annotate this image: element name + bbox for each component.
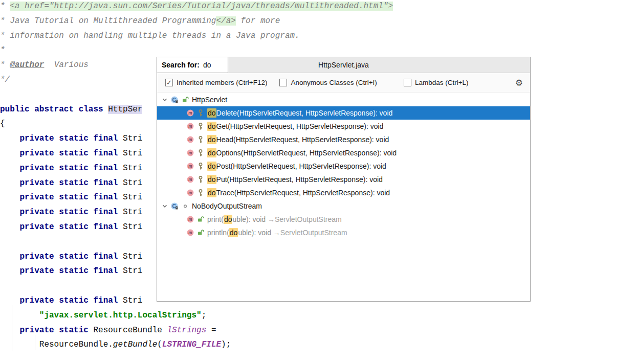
code-segment: [0, 178, 19, 188]
row-text-segment: →ServletOutputStream: [268, 215, 342, 223]
code-segment: private static final: [19, 134, 123, 143]
gear-icon[interactable]: ⚙: [515, 78, 523, 88]
search-match-highlight: do: [207, 188, 216, 197]
code-segment: Stri: [123, 266, 142, 276]
row-text-segment: Get(HttpServletRequest, HttpServletRespo…: [216, 122, 384, 130]
file-structure-popup: HttpServlet.java Search for: do ✓Inherit…: [157, 57, 531, 302]
tree-row-label: doTrace(HttpServletRequest, HttpServletR…: [207, 189, 390, 197]
protected-icon: [196, 189, 205, 197]
code-line[interactable]: * information on handling multiple threa…: [0, 29, 636, 43]
code-segment: private static final: [19, 164, 123, 173]
svg-text:m: m: [188, 124, 192, 129]
filter-bar: ✓Inherited members (Ctrl+F12)Anonymous C…: [157, 73, 530, 93]
tree-row-label: doGet(HttpServletRequest, HttpServletRes…: [207, 122, 383, 130]
popup-header: HttpServlet.java Search for: do: [157, 57, 530, 73]
row-text-segment: →ServletOutputStream: [273, 229, 347, 237]
code-segment: *: [0, 46, 5, 55]
code-segment: [0, 164, 19, 173]
tree-row-doPost[interactable]: mdoPost(HttpServletRequest, HttpServletR…: [157, 160, 530, 173]
code-segment: [0, 296, 19, 305]
tree-row-NoBodyOutputStream[interactable]: CNoBodyOutputStream: [157, 199, 530, 213]
code-segment: * Java Tutorial on Multithreaded Program…: [0, 16, 216, 26]
indent-guide: [12, 305, 12, 351]
svg-text:m: m: [188, 150, 192, 155]
tree-row-doOptions[interactable]: mdoOptions(HttpServletRequest, HttpServl…: [157, 146, 530, 160]
search-match-highlight: do: [207, 135, 216, 144]
code-segment: LSTRING_FILE: [162, 340, 221, 349]
protected-icon: [196, 162, 205, 171]
tree-row-doPut[interactable]: mdoPut(HttpServletRequest, HttpServletRe…: [157, 173, 530, 186]
chevron-down-icon[interactable]: [160, 203, 169, 209]
row-text-segment: Trace(HttpServletRequest, HttpServletRes…: [216, 189, 390, 197]
code-segment: Stri: [123, 296, 142, 305]
code-line[interactable]: "javax.servlet.http.LocalStrings";: [0, 308, 636, 323]
search-input[interactable]: Search for: do: [157, 57, 228, 73]
code-segment: [0, 266, 19, 276]
svg-text:m: m: [188, 190, 192, 195]
tree-row-print[interactable]: mprint(double): void →ServletOutputStrea…: [157, 213, 530, 226]
code-segment: private static final: [19, 252, 123, 261]
tree-row-println[interactable]: mprintln(double): void →ServletOutputStr…: [157, 226, 530, 239]
tree-row-label: HttpServlet: [192, 96, 227, 104]
row-text-segment: Options(HttpServletRequest, HttpServletR…: [216, 149, 397, 157]
code-segment: "javax.servlet.http.LocalStrings": [39, 311, 202, 320]
package-icon: [181, 202, 189, 210]
protected-icon: [196, 149, 205, 157]
code-line[interactable]: private static ResourceBundle lStrings =: [0, 323, 636, 338]
class-icon: C: [170, 202, 179, 210]
filter-lambdas[interactable]: Lambdas (Ctrl+L): [404, 79, 469, 86]
row-text-segment: println(: [207, 229, 229, 237]
code-line[interactable]: * Java Tutorial on Multithreaded Program…: [0, 14, 636, 29]
filter-inherited-members[interactable]: ✓Inherited members (Ctrl+F12): [165, 79, 267, 86]
search-match-highlight: do: [224, 215, 233, 224]
method-icon: m: [186, 229, 194, 237]
svg-text:m: m: [188, 164, 192, 169]
code-line[interactable]: ResourceBundle.getBundle(LSTRING_FILE);: [0, 337, 636, 352]
filter-anonymous-classes[interactable]: Anonymous Classes (Ctrl+I): [279, 79, 377, 86]
search-match-highlight: do: [207, 175, 216, 184]
search-match-highlight: do: [207, 122, 216, 131]
row-text-segment: HttpServlet: [192, 96, 227, 104]
code-segment: * information on handling multiple threa…: [0, 31, 300, 40]
checkbox-unchecked-icon[interactable]: [279, 79, 287, 86]
tree-row-HttpServlet[interactable]: CHttpServlet: [157, 93, 530, 106]
code-segment: =: [206, 326, 216, 335]
row-text-segment: NoBodyOutputStream: [192, 202, 262, 210]
code-segment: lStrings: [167, 326, 206, 335]
public-icon: [196, 229, 205, 236]
method-icon: m: [186, 215, 194, 223]
code-segment: {: [0, 119, 5, 128]
checkbox-checked-icon[interactable]: ✓: [165, 79, 173, 86]
method-icon: m: [186, 189, 194, 197]
code-line[interactable]: *: [0, 43, 636, 58]
code-segment: @author: [10, 60, 44, 70]
svg-text:m: m: [188, 217, 192, 222]
code-segment: );: [221, 340, 231, 349]
class-icon: C: [170, 96, 179, 104]
code-segment: *: [0, 2, 10, 11]
code-segment: Stri: [123, 134, 142, 143]
structure-tree: CHttpServletmdoDelete(HttpServletRequest…: [157, 93, 530, 239]
code-segment: Stri: [123, 252, 142, 261]
chevron-down-icon[interactable]: [160, 97, 169, 103]
code-segment: <a href="http://java.sun.com/Series/Tuto…: [10, 2, 393, 11]
svg-text:m: m: [188, 137, 192, 142]
code-segment: [0, 326, 19, 335]
row-text-segment: uble): void: [238, 229, 273, 237]
filter-label: Anonymous Classes (Ctrl+I): [291, 79, 377, 86]
tree-row-label: NoBodyOutputStream: [192, 202, 262, 210]
checkbox-unchecked-icon[interactable]: [404, 79, 411, 86]
code-line[interactable]: * <a href="http://java.sun.com/Series/Tu…: [0, 0, 636, 14]
tree-row-doDelete[interactable]: mdoDelete(HttpServletRequest, HttpServle…: [157, 106, 530, 120]
method-icon: m: [186, 122, 194, 130]
code-segment: private static final: [19, 222, 123, 232]
code-segment: for more: [236, 16, 280, 26]
code-segment: Stri: [123, 178, 142, 188]
code-segment: private static final: [19, 149, 123, 158]
code-segment: [0, 222, 19, 232]
code-segment: private static final: [19, 266, 123, 276]
method-icon: m: [186, 149, 194, 157]
tree-row-doTrace[interactable]: mdoTrace(HttpServletRequest, HttpServlet…: [157, 186, 530, 199]
tree-row-doHead[interactable]: mdoHead(HttpServletRequest, HttpServletR…: [157, 133, 530, 146]
tree-row-doGet[interactable]: mdoGet(HttpServletRequest, HttpServletRe…: [157, 120, 530, 133]
